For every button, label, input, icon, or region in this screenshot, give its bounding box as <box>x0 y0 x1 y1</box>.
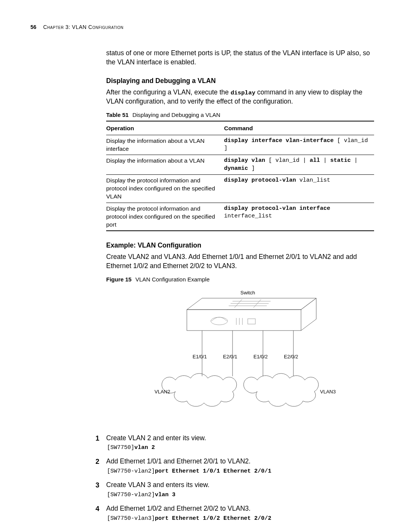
step-number: 4 <box>96 504 99 513</box>
section-heading-example: Example: VLAN Configuration <box>106 241 374 250</box>
svg-rect-1 <box>187 310 301 331</box>
section-heading-display: Displaying and Debugging a VLAN <box>106 77 374 86</box>
table-row: Display the protocol information and pro… <box>106 174 374 203</box>
svg-line-3 <box>301 319 316 331</box>
step-number: 1 <box>96 434 99 443</box>
step-number: 3 <box>96 481 99 490</box>
th-command: Command <box>224 121 374 135</box>
svg-marker-0 <box>187 298 316 310</box>
label-switch: Switch <box>241 290 255 296</box>
label-port-e102: E1/0/2 <box>253 354 268 359</box>
step-text: Create VLAN 2 and enter its view. <box>106 434 206 442</box>
intro-paragraph: status of one or more Ethernet ports is … <box>106 49 374 67</box>
figure-caption: Figure 15VLAN Configuration Example <box>106 276 374 283</box>
step-item: 3Create VLAN 3 and enters its view.[SW77… <box>106 481 374 499</box>
page-number: 56 <box>30 24 37 30</box>
step-item: 1Create VLAN 2 and enter its view.[SW775… <box>106 434 374 452</box>
table-cell-operation: Display the information about a VLAN int… <box>106 135 224 155</box>
display-paragraph-pre: After the configuring a VLAN, execute th… <box>106 88 231 96</box>
table-caption-label: Table 51 <box>106 112 129 118</box>
table-cell-operation: Display the protocol information and pro… <box>106 203 224 231</box>
step-text: Add Ethernet 1/0/1 and Ethernet 2/0/1 to… <box>106 457 250 465</box>
example-paragraph: Create VLAN2 and VLAN3. Add Ethernet 1/0… <box>106 252 374 270</box>
th-operation: Operation <box>106 121 224 135</box>
table-row: Display the information about a VLANdisp… <box>106 155 374 175</box>
step-text: Create VLAN 3 and enters its view. <box>106 481 209 489</box>
figure-caption-label: Figure 15 <box>106 276 132 283</box>
label-vlan3: VLAN3 <box>320 389 336 395</box>
step-cli: [SW7750-vlan2]vlan 3 <box>107 491 374 499</box>
svg-rect-14 <box>248 319 255 324</box>
figure-area: Switch <box>106 287 374 428</box>
display-paragraph: After the configuring a VLAN, execute th… <box>106 88 374 106</box>
command-table: Operation Command Display the informatio… <box>106 121 374 232</box>
step-item: 4Add Ethernet 1/0/2 and Ethernet 2/0/2 t… <box>106 504 374 522</box>
step-cli: [SW7750-vlan2]port Ethernet 1/0/1 Ethern… <box>107 468 374 475</box>
svg-line-2 <box>301 298 316 310</box>
step-cli: [SW7750-vlan3]port Ethernet 1/0/2 Ethern… <box>107 515 374 522</box>
page-content: status of one or more Ethernet ports is … <box>106 49 374 528</box>
table-cell-operation: Display the information about a VLAN <box>106 155 224 175</box>
table-cell-command: display protocol-vlan interface interfac… <box>224 203 374 231</box>
step-text: Add Ethernet 1/0/2 and Ethernet 2/0/2 to… <box>106 505 250 512</box>
table-cell-command: display interface vlan-interface [ vlan_… <box>224 135 374 155</box>
table-cell-command: display protocol-vlan vlan_list <box>224 174 374 203</box>
table-row: Display the information about a VLAN int… <box>106 135 374 155</box>
table-caption-text: Displaying and Debugging a VLAN <box>132 112 220 118</box>
label-port-e201: E2/0/1 <box>223 354 237 359</box>
table-row: Display the protocol information and pro… <box>106 203 374 231</box>
table-caption: Table 51Displaying and Debugging a VLAN <box>106 111 374 119</box>
label-vlan2: VLAN2 <box>155 389 170 395</box>
step-cli: [SW7750]vlan 2 <box>107 444 374 452</box>
table-cell-operation: Display the protocol information and pro… <box>106 174 224 203</box>
label-port-e101: E1/0/1 <box>193 354 207 359</box>
svg-point-10 <box>211 317 228 325</box>
step-item: 2Add Ethernet 1/0/1 and Ethernet 2/0/1 t… <box>106 457 374 475</box>
inline-code-display: display <box>231 89 255 96</box>
label-port-e202: E2/0/2 <box>284 354 298 359</box>
vlan-diagram: Switch <box>134 287 347 428</box>
table-cell-command: display vlan [ vlan_id | all | static | … <box>224 155 374 175</box>
step-number: 2 <box>96 457 99 466</box>
figure-caption-text: VLAN Configuration Example <box>135 276 210 283</box>
page-header: 56 Chapter 3: VLAN Configuration <box>30 24 381 31</box>
steps-list: 1Create VLAN 2 and enter its view.[SW775… <box>106 434 374 523</box>
chapter-title: Chapter 3: VLAN Configuration <box>43 24 123 30</box>
